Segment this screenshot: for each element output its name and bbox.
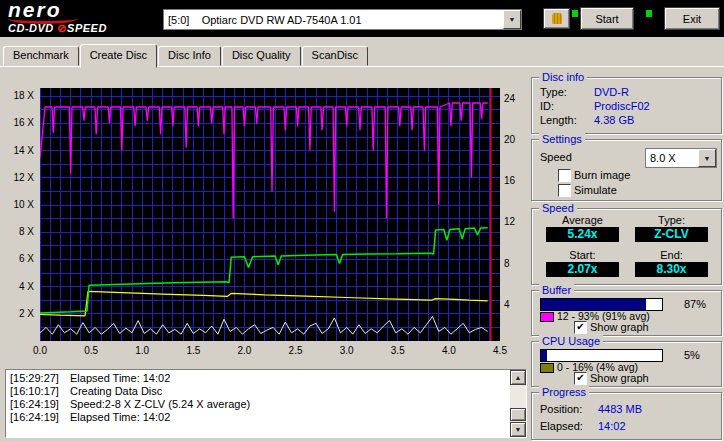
end-speed-value: 8.30x (635, 262, 708, 277)
speed-box-title: Speed (539, 202, 577, 214)
log-text: Elapsed Time: 14:02 (70, 372, 170, 384)
hand-button[interactable] (543, 8, 570, 29)
disc-length-value: 4.38 GB (594, 114, 634, 126)
y-axis-right-label: 8 (504, 258, 510, 269)
x-axis-label: 3.0 (340, 345, 354, 356)
start-speed-value: 2.07x (546, 262, 619, 277)
tab-disc-quality[interactable]: Disc Quality (222, 46, 301, 66)
drive-select[interactable]: [5:0] Optiarc DVD RW AD-7540A 1.01 ▼ (163, 9, 522, 30)
y-axis-left-label: 16 X (2, 117, 34, 128)
x-axis-label: 1.5 (186, 345, 200, 356)
app-window: nero CD-DVD ⊘SPEED [5:0] Optiarc DVD RW … (0, 0, 724, 441)
elapsed-label: Elapsed: (540, 420, 583, 432)
average-label: Average (546, 214, 619, 226)
elapsed-value: 14:02 (598, 420, 626, 432)
y-axis-left-label: 18 X (2, 90, 34, 101)
tab-disc-info[interactable]: Disc Info (158, 46, 221, 66)
disc-info-title: Disc info (539, 71, 587, 83)
x-axis-label: 2.0 (237, 345, 251, 356)
tab-benchmark[interactable]: Benchmark (3, 46, 79, 66)
buffer-box: Buffer 87% 12 - 93% (91% avg) ✔ Show gra… (531, 290, 722, 336)
nero-logo: nero CD-DVD ⊘SPEED (8, 0, 158, 37)
green-indicator-icon (572, 10, 578, 17)
type-label: Type: (635, 214, 708, 226)
log-time: [15:29:27] (10, 372, 70, 385)
type-value: Z-CLV (635, 227, 708, 242)
graph-area: 0.00.51.01.52.02.53.03.54.04.52 X4 X6 X8… (0, 68, 530, 368)
drive-select-value: [5:0] Optiarc DVD RW AD-7540A 1.01 (164, 14, 503, 26)
speed-box: Speed Average Type: 5.24x Z-CLV Start: E… (531, 208, 722, 285)
header: nero CD-DVD ⊘SPEED [5:0] Optiarc DVD RW … (0, 0, 724, 37)
hand-icon (552, 13, 562, 24)
log-line: [16:24:19]Elapsed Time: 14:02 (10, 411, 508, 424)
buffer-percent: 87% (684, 298, 706, 310)
cpu-title: CPU Usage (539, 335, 603, 347)
y-axis-right-label: 16 (504, 175, 515, 186)
chevron-down-icon[interactable]: ▼ (698, 149, 716, 167)
cpu-color-swatch (540, 363, 554, 373)
scroll-up-icon[interactable]: ▲ (510, 370, 526, 385)
log-text: Creating Data Disc (70, 385, 162, 397)
logo-speed-o-icon: ⊘ (57, 22, 67, 34)
cpu-bar-fill (541, 350, 547, 361)
y-axis-left-label: 2 X (2, 308, 34, 319)
exit-button[interactable]: Exit (664, 7, 720, 30)
cpu-percent: 5% (684, 349, 700, 361)
logo-subtext: CD-DVD ⊘SPEED (8, 22, 107, 35)
average-value: 5.24x (546, 227, 619, 242)
y-axis-left-label: 6 X (2, 253, 34, 264)
x-axis-label: 2.5 (289, 345, 303, 356)
y-axis-right-label: 20 (504, 134, 515, 145)
logo-subtext-left: CD-DVD (8, 22, 57, 34)
start-button[interactable]: Start (580, 7, 634, 30)
log-lines: [15:29:27]Elapsed Time: 14:02 [16:10:17]… (10, 372, 508, 435)
x-axis-label: 1.0 (135, 345, 149, 356)
speed-setting-label: Speed (540, 151, 572, 163)
y-axis-left-label: 10 X (2, 199, 34, 210)
log-time: [16:24:19] (10, 411, 70, 424)
y-axis-right-label: 12 (504, 216, 515, 227)
cpu-show-graph-checkbox[interactable]: ✔ (574, 372, 587, 385)
y-axis-right-label: 24 (504, 93, 515, 104)
y-axis-left-label: 4 X (2, 281, 34, 292)
tab-scandisc[interactable]: ScanDisc (302, 46, 368, 66)
chevron-down-icon[interactable]: ▼ (503, 10, 521, 29)
log-scrollbar[interactable]: ▲ ▼ (510, 370, 526, 437)
log-panel[interactable]: [15:29:27]Elapsed Time: 14:02 [16:10:17]… (5, 369, 527, 438)
buffer-bar-fill (541, 299, 646, 310)
burn-image-label: Burn image (574, 169, 630, 181)
position-value: 4483 MB (598, 403, 642, 415)
buffer-title: Buffer (539, 284, 574, 296)
x-axis-label: 0.0 (33, 345, 47, 356)
x-axis-label: 0.5 (84, 345, 98, 356)
scrollbar-thumb[interactable] (510, 408, 526, 421)
settings-title: Settings (539, 133, 585, 145)
y-axis-left-label: 12 X (2, 172, 34, 183)
simulate-label: Simulate (574, 184, 617, 196)
x-axis-label: 4.0 (442, 345, 456, 356)
buffer-show-graph-checkbox[interactable]: ✔ (574, 321, 587, 334)
log-text: Elapsed Time: 14:02 (70, 411, 170, 423)
disc-type-value: DVD-R (594, 86, 629, 98)
log-text: Speed:2-8 X Z-CLV (5.24 X average) (70, 398, 250, 410)
log-line: [16:24:19]Speed:2-8 X Z-CLV (5.24 X aver… (10, 398, 508, 411)
y-axis-left-label: 8 X (2, 226, 34, 237)
cpu-show-graph-label: Show graph (590, 372, 649, 384)
simulate-checkbox[interactable] (558, 184, 571, 197)
speed-select-value: 8.0 X (646, 152, 698, 164)
progress-box: Progress Position: 4483 MB Elapsed: 14:0… (531, 392, 722, 440)
buffer-color-swatch (540, 312, 554, 322)
plot-svg (40, 88, 500, 341)
tab-create-disc[interactable]: Create Disc (80, 44, 157, 68)
scroll-down-icon[interactable]: ▼ (510, 422, 526, 437)
y-axis-right-label: 4 (504, 299, 510, 310)
logo-subtext-right: SPEED (67, 22, 107, 34)
log-line: [15:29:27]Elapsed Time: 14:02 (10, 372, 508, 385)
speed-select[interactable]: 8.0 X ▼ (645, 148, 717, 168)
x-axis-label: 3.5 (391, 345, 405, 356)
disc-id-label: ID: (540, 100, 554, 112)
start-speed-label: Start: (546, 249, 619, 261)
position-label: Position: (540, 403, 582, 415)
burn-image-checkbox[interactable] (558, 169, 571, 182)
x-axis-label: 4.5 (493, 345, 507, 356)
